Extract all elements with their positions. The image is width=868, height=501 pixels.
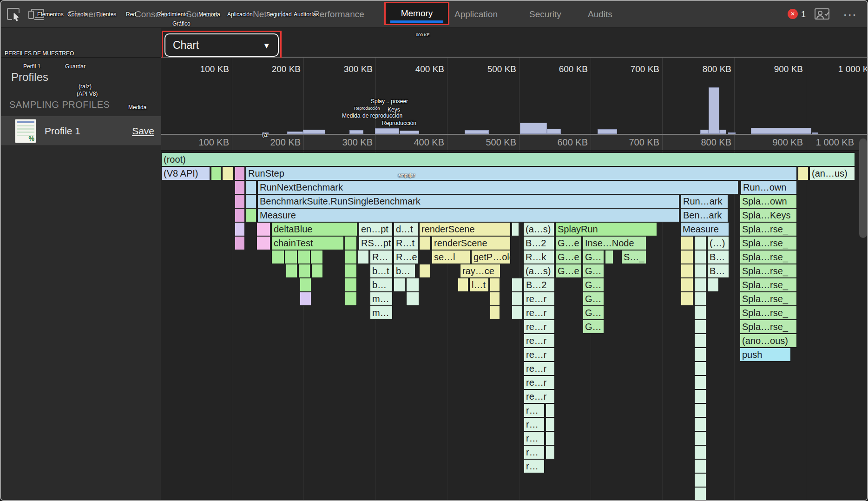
flame-block[interactable]	[235, 180, 245, 194]
vertical-scrollbar[interactable]	[859, 138, 867, 238]
flame-block[interactable]	[458, 278, 468, 292]
flame-block[interactable]	[222, 166, 234, 180]
flame-block[interactable]: G…e	[555, 236, 582, 250]
flame-block[interactable]: G…e	[555, 264, 582, 278]
flame-block[interactable]	[300, 278, 311, 292]
flame-block[interactable]	[694, 320, 706, 334]
flame-block[interactable]: Ben…ark	[681, 208, 728, 222]
flame-block[interactable]	[406, 292, 419, 306]
flame-block[interactable]: renderScene	[432, 236, 511, 250]
flame-block[interactable]	[300, 292, 311, 306]
flame-block[interactable]: re…r	[524, 292, 555, 306]
flame-block[interactable]: re…r	[524, 362, 555, 376]
flame-block[interactable]: r…	[524, 417, 545, 431]
flame-block[interactable]: B…	[707, 250, 729, 264]
flame-block[interactable]	[246, 194, 256, 208]
flame-block[interactable]	[546, 403, 555, 417]
flame-block[interactable]: RunNextBenchmark	[257, 180, 738, 194]
flame-block[interactable]	[512, 278, 523, 292]
flame-block[interactable]	[512, 222, 519, 236]
flame-block[interactable]: Measure	[680, 222, 729, 236]
inspect-icon[interactable]	[7, 7, 21, 21]
flame-block[interactable]	[546, 417, 555, 431]
flame-block[interactable]: d…t	[394, 222, 418, 236]
flame-block[interactable]: Spla…rse_	[740, 306, 797, 320]
flame-block[interactable]	[694, 250, 706, 264]
flame-block[interactable]: Run…ark	[681, 194, 728, 208]
flame-block[interactable]: b…t	[370, 264, 393, 278]
flame-block[interactable]: Spla…rse_	[740, 278, 797, 292]
save-link[interactable]: Save	[132, 125, 154, 137]
flame-block[interactable]: m…	[370, 292, 393, 306]
flame-block[interactable]	[694, 376, 706, 389]
flame-block[interactable]	[694, 417, 706, 431]
flame-block[interactable]: renderScene	[419, 222, 511, 236]
flame-block[interactable]	[798, 166, 809, 180]
flame-block[interactable]	[694, 473, 706, 487]
flame-block[interactable]: se…l	[432, 250, 470, 264]
user-icon[interactable]	[813, 8, 831, 22]
flame-block[interactable]: r…	[524, 459, 545, 473]
flame-block[interactable]	[310, 250, 323, 264]
flame-block[interactable]: Spla…rse_	[740, 236, 797, 250]
flame-block[interactable]	[490, 292, 500, 306]
flame-block[interactable]: B…2	[523, 236, 554, 250]
flame-block[interactable]	[707, 278, 719, 292]
flame-block[interactable]	[311, 264, 323, 278]
profile-list-item[interactable]: % Profile 1 Save	[1, 116, 161, 146]
flame-block[interactable]	[358, 250, 369, 264]
flame-block[interactable]	[694, 362, 706, 376]
flame-block[interactable]: b…	[370, 278, 393, 292]
flame-block[interactable]	[694, 264, 706, 278]
flame-block[interactable]: RunStep	[246, 166, 797, 180]
flame-block[interactable]	[345, 292, 357, 306]
flame-block[interactable]: G…e	[555, 250, 582, 264]
flame-block[interactable]	[246, 208, 256, 222]
flame-block[interactable]	[694, 334, 706, 348]
flame-block[interactable]	[605, 250, 613, 264]
tab-performance[interactable]: Performance	[314, 1, 364, 28]
tab-security[interactable]: Security	[529, 1, 561, 28]
flame-block[interactable]	[246, 180, 256, 194]
flame-block[interactable]	[298, 264, 310, 278]
flame-block[interactable]	[286, 264, 297, 278]
flame-block[interactable]	[345, 278, 357, 292]
flame-block[interactable]: B…2	[524, 278, 555, 292]
flame-block[interactable]	[694, 292, 706, 306]
flame-block[interactable]: r…	[524, 403, 545, 417]
flame-block[interactable]: getP…olor	[471, 250, 511, 264]
flame-block[interactable]: (…)	[707, 236, 729, 250]
flame-block[interactable]: Spla…Keys	[740, 208, 797, 222]
flame-block[interactable]: m…	[370, 306, 393, 320]
flame-block[interactable]	[681, 250, 693, 264]
flame-block[interactable]	[694, 487, 706, 501]
flame-block[interactable]: S…_	[621, 250, 646, 264]
flame-block[interactable]: SplayRun	[555, 222, 657, 236]
flame-block[interactable]	[490, 306, 500, 320]
flame-block[interactable]: G…	[583, 264, 604, 278]
flame-block[interactable]: (a…s)	[523, 222, 554, 236]
flame-block[interactable]	[681, 278, 693, 292]
flame-block[interactable]: re…r	[524, 376, 555, 389]
overflow-icon[interactable]: ⋯	[843, 1, 858, 28]
flame-block[interactable]: Spla…own	[740, 194, 797, 208]
flame-block[interactable]	[694, 459, 706, 473]
flame-block[interactable]	[271, 250, 284, 264]
tab-memory[interactable]: Memory	[384, 2, 449, 25]
flame-block[interactable]: B…	[707, 264, 729, 278]
flame-block[interactable]: (root)	[161, 152, 855, 166]
flame-block[interactable]: Spla…rse_	[740, 222, 797, 236]
flame-block[interactable]: (an…us)	[809, 166, 855, 180]
flame-block[interactable]	[512, 306, 523, 320]
flame-block[interactable]	[297, 250, 310, 264]
flame-block[interactable]: Spla…rse_	[740, 292, 797, 306]
flame-block[interactable]: Measure	[257, 208, 679, 222]
flame-block[interactable]: re…r	[524, 348, 555, 362]
error-badge-icon[interactable]: ✕	[788, 9, 798, 19]
flame-block[interactable]: Spla…rse_	[740, 250, 797, 264]
flame-block[interactable]: BenchmarkSuite.RunSingleBenchmark	[257, 194, 679, 208]
flame-block[interactable]: G…	[583, 320, 604, 334]
tab-audits[interactable]: Audits	[588, 1, 612, 28]
flame-block[interactable]: Spla…rse_	[740, 264, 797, 278]
flame-block[interactable]	[681, 236, 693, 250]
